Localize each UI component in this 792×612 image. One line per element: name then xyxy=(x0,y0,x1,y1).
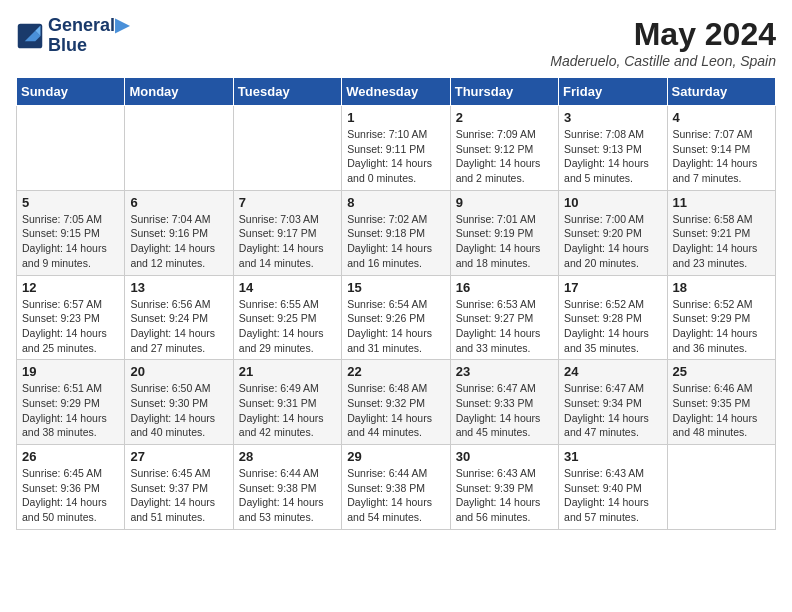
calendar-cell: 6Sunrise: 7:04 AMSunset: 9:16 PMDaylight… xyxy=(125,190,233,275)
title-area: May 2024 Maderuelo, Castille and Leon, S… xyxy=(550,16,776,69)
day-info: Sunrise: 6:58 AMSunset: 9:21 PMDaylight:… xyxy=(673,212,770,271)
day-number: 30 xyxy=(456,449,553,464)
calendar-cell: 23Sunrise: 6:47 AMSunset: 9:33 PMDayligh… xyxy=(450,360,558,445)
day-info: Sunrise: 7:03 AMSunset: 9:17 PMDaylight:… xyxy=(239,212,336,271)
day-number: 31 xyxy=(564,449,661,464)
calendar-cell: 22Sunrise: 6:48 AMSunset: 9:32 PMDayligh… xyxy=(342,360,450,445)
day-number: 22 xyxy=(347,364,444,379)
day-number: 18 xyxy=(673,280,770,295)
day-info: Sunrise: 6:52 AMSunset: 9:28 PMDaylight:… xyxy=(564,297,661,356)
day-info: Sunrise: 7:07 AMSunset: 9:14 PMDaylight:… xyxy=(673,127,770,186)
calendar-cell: 31Sunrise: 6:43 AMSunset: 9:40 PMDayligh… xyxy=(559,445,667,530)
calendar-body: 1Sunrise: 7:10 AMSunset: 9:11 PMDaylight… xyxy=(17,106,776,530)
day-number: 10 xyxy=(564,195,661,210)
calendar-cell: 17Sunrise: 6:52 AMSunset: 9:28 PMDayligh… xyxy=(559,275,667,360)
calendar-cell: 2Sunrise: 7:09 AMSunset: 9:12 PMDaylight… xyxy=(450,106,558,191)
day-info: Sunrise: 7:08 AMSunset: 9:13 PMDaylight:… xyxy=(564,127,661,186)
day-info: Sunrise: 6:43 AMSunset: 9:40 PMDaylight:… xyxy=(564,466,661,525)
weekday-header-monday: Monday xyxy=(125,78,233,106)
day-info: Sunrise: 6:46 AMSunset: 9:35 PMDaylight:… xyxy=(673,381,770,440)
calendar-cell: 14Sunrise: 6:55 AMSunset: 9:25 PMDayligh… xyxy=(233,275,341,360)
day-info: Sunrise: 7:09 AMSunset: 9:12 PMDaylight:… xyxy=(456,127,553,186)
week-row-1: 1Sunrise: 7:10 AMSunset: 9:11 PMDaylight… xyxy=(17,106,776,191)
day-number: 4 xyxy=(673,110,770,125)
day-number: 25 xyxy=(673,364,770,379)
day-number: 11 xyxy=(673,195,770,210)
day-info: Sunrise: 6:51 AMSunset: 9:29 PMDaylight:… xyxy=(22,381,119,440)
calendar-cell: 19Sunrise: 6:51 AMSunset: 9:29 PMDayligh… xyxy=(17,360,125,445)
day-info: Sunrise: 6:53 AMSunset: 9:27 PMDaylight:… xyxy=(456,297,553,356)
day-number: 27 xyxy=(130,449,227,464)
calendar-cell xyxy=(233,106,341,191)
calendar-cell: 26Sunrise: 6:45 AMSunset: 9:36 PMDayligh… xyxy=(17,445,125,530)
weekday-header-thursday: Thursday xyxy=(450,78,558,106)
week-row-4: 19Sunrise: 6:51 AMSunset: 9:29 PMDayligh… xyxy=(17,360,776,445)
day-info: Sunrise: 6:47 AMSunset: 9:33 PMDaylight:… xyxy=(456,381,553,440)
weekday-header-saturday: Saturday xyxy=(667,78,775,106)
weekday-header-sunday: Sunday xyxy=(17,78,125,106)
calendar-cell: 7Sunrise: 7:03 AMSunset: 9:17 PMDaylight… xyxy=(233,190,341,275)
day-number: 17 xyxy=(564,280,661,295)
calendar-cell xyxy=(125,106,233,191)
location: Maderuelo, Castille and Leon, Spain xyxy=(550,53,776,69)
calendar-cell: 9Sunrise: 7:01 AMSunset: 9:19 PMDaylight… xyxy=(450,190,558,275)
day-number: 12 xyxy=(22,280,119,295)
calendar-cell: 24Sunrise: 6:47 AMSunset: 9:34 PMDayligh… xyxy=(559,360,667,445)
day-info: Sunrise: 6:57 AMSunset: 9:23 PMDaylight:… xyxy=(22,297,119,356)
day-number: 23 xyxy=(456,364,553,379)
calendar-cell: 29Sunrise: 6:44 AMSunset: 9:38 PMDayligh… xyxy=(342,445,450,530)
day-info: Sunrise: 7:01 AMSunset: 9:19 PMDaylight:… xyxy=(456,212,553,271)
page-header: General▶ Blue May 2024 Maderuelo, Castil… xyxy=(16,16,776,69)
day-info: Sunrise: 6:45 AMSunset: 9:37 PMDaylight:… xyxy=(130,466,227,525)
day-number: 19 xyxy=(22,364,119,379)
day-info: Sunrise: 6:52 AMSunset: 9:29 PMDaylight:… xyxy=(673,297,770,356)
calendar-cell: 20Sunrise: 6:50 AMSunset: 9:30 PMDayligh… xyxy=(125,360,233,445)
logo-icon xyxy=(16,22,44,50)
day-number: 20 xyxy=(130,364,227,379)
calendar-cell: 11Sunrise: 6:58 AMSunset: 9:21 PMDayligh… xyxy=(667,190,775,275)
day-info: Sunrise: 7:10 AMSunset: 9:11 PMDaylight:… xyxy=(347,127,444,186)
weekday-header-tuesday: Tuesday xyxy=(233,78,341,106)
calendar-cell: 13Sunrise: 6:56 AMSunset: 9:24 PMDayligh… xyxy=(125,275,233,360)
day-info: Sunrise: 7:02 AMSunset: 9:18 PMDaylight:… xyxy=(347,212,444,271)
weekday-header-row: SundayMondayTuesdayWednesdayThursdayFrid… xyxy=(17,78,776,106)
week-row-5: 26Sunrise: 6:45 AMSunset: 9:36 PMDayligh… xyxy=(17,445,776,530)
day-info: Sunrise: 7:04 AMSunset: 9:16 PMDaylight:… xyxy=(130,212,227,271)
calendar-cell: 16Sunrise: 6:53 AMSunset: 9:27 PMDayligh… xyxy=(450,275,558,360)
day-number: 26 xyxy=(22,449,119,464)
day-info: Sunrise: 6:47 AMSunset: 9:34 PMDaylight:… xyxy=(564,381,661,440)
day-info: Sunrise: 6:44 AMSunset: 9:38 PMDaylight:… xyxy=(239,466,336,525)
calendar-cell: 5Sunrise: 7:05 AMSunset: 9:15 PMDaylight… xyxy=(17,190,125,275)
day-number: 14 xyxy=(239,280,336,295)
day-info: Sunrise: 6:45 AMSunset: 9:36 PMDaylight:… xyxy=(22,466,119,525)
day-number: 3 xyxy=(564,110,661,125)
day-number: 7 xyxy=(239,195,336,210)
calendar-cell: 4Sunrise: 7:07 AMSunset: 9:14 PMDaylight… xyxy=(667,106,775,191)
day-info: Sunrise: 6:50 AMSunset: 9:30 PMDaylight:… xyxy=(130,381,227,440)
calendar-cell: 1Sunrise: 7:10 AMSunset: 9:11 PMDaylight… xyxy=(342,106,450,191)
logo-text: General▶ Blue xyxy=(48,16,129,56)
day-number: 13 xyxy=(130,280,227,295)
calendar: SundayMondayTuesdayWednesdayThursdayFrid… xyxy=(16,77,776,530)
weekday-header-friday: Friday xyxy=(559,78,667,106)
day-info: Sunrise: 6:49 AMSunset: 9:31 PMDaylight:… xyxy=(239,381,336,440)
month-year: May 2024 xyxy=(550,16,776,53)
logo: General▶ Blue xyxy=(16,16,129,56)
calendar-cell: 27Sunrise: 6:45 AMSunset: 9:37 PMDayligh… xyxy=(125,445,233,530)
calendar-cell: 3Sunrise: 7:08 AMSunset: 9:13 PMDaylight… xyxy=(559,106,667,191)
day-number: 21 xyxy=(239,364,336,379)
calendar-cell: 28Sunrise: 6:44 AMSunset: 9:38 PMDayligh… xyxy=(233,445,341,530)
calendar-cell: 10Sunrise: 7:00 AMSunset: 9:20 PMDayligh… xyxy=(559,190,667,275)
day-info: Sunrise: 6:43 AMSunset: 9:39 PMDaylight:… xyxy=(456,466,553,525)
day-info: Sunrise: 7:00 AMSunset: 9:20 PMDaylight:… xyxy=(564,212,661,271)
day-info: Sunrise: 6:56 AMSunset: 9:24 PMDaylight:… xyxy=(130,297,227,356)
week-row-2: 5Sunrise: 7:05 AMSunset: 9:15 PMDaylight… xyxy=(17,190,776,275)
day-info: Sunrise: 7:05 AMSunset: 9:15 PMDaylight:… xyxy=(22,212,119,271)
day-number: 6 xyxy=(130,195,227,210)
calendar-cell xyxy=(667,445,775,530)
day-number: 8 xyxy=(347,195,444,210)
day-number: 5 xyxy=(22,195,119,210)
day-info: Sunrise: 6:48 AMSunset: 9:32 PMDaylight:… xyxy=(347,381,444,440)
day-info: Sunrise: 6:54 AMSunset: 9:26 PMDaylight:… xyxy=(347,297,444,356)
day-number: 9 xyxy=(456,195,553,210)
